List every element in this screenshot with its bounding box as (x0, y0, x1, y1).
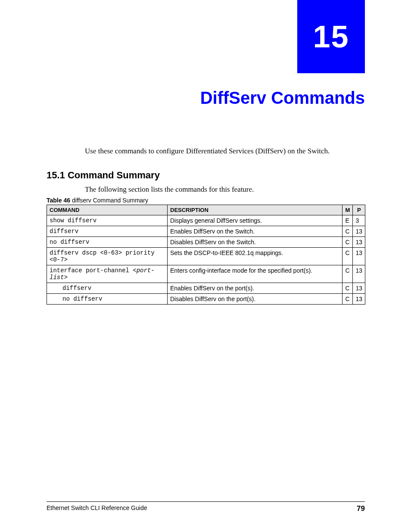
col-header-p: P (353, 205, 365, 215)
description-cell: Enables DiffServ on the port(s). (168, 283, 342, 294)
table-row: diffservEnables DiffServ on the Switch.C… (47, 226, 365, 237)
footer-doc-title: Ethernet Switch CLI Reference Guide (47, 504, 147, 513)
privilege-cell: 13 (353, 248, 365, 265)
table-caption-number: Table 46 (47, 197, 70, 204)
intro-paragraph: Use these commands to configure Differen… (85, 147, 330, 156)
table-header-row: COMMAND DESCRIPTION M P (47, 205, 365, 215)
mode-cell: C (342, 294, 353, 305)
description-cell: Enables DiffServ on the Switch. (168, 226, 342, 237)
chapter-number-box: 15 (297, 0, 365, 73)
col-header-command: COMMAND (47, 205, 168, 215)
privilege-cell: 13 (353, 283, 365, 294)
mode-cell: C (342, 265, 353, 283)
description-cell: Enters config-interface mode for the spe… (168, 265, 342, 283)
table-row: show diffservDisplays general DiffServ s… (47, 215, 365, 226)
privilege-cell: 13 (353, 226, 365, 237)
description-cell: Sets the DSCP-to-IEEE 802.1q mappings. (168, 248, 342, 265)
mode-cell: C (342, 248, 353, 265)
privilege-cell: 13 (353, 265, 365, 283)
command-cell: diffserv (47, 226, 168, 237)
command-summary-table: COMMAND DESCRIPTION M P show diffservDis… (47, 205, 365, 305)
privilege-cell: 13 (353, 237, 365, 248)
privilege-cell: 3 (353, 215, 365, 226)
table-caption: Table 46 diffserv Command Summary (47, 197, 148, 204)
table-row: interface port-channel <port-list>Enters… (47, 265, 365, 283)
table-row: diffservEnables DiffServ on the port(s).… (47, 283, 365, 294)
table-row: diffserv dscp <0-63> priority <0-7>Sets … (47, 248, 365, 265)
table-row: no diffservDisables DiffServ on the port… (47, 294, 365, 305)
table-row: no diffservDisables DiffServ on the Swit… (47, 237, 365, 248)
mode-cell: C (342, 226, 353, 237)
chapter-number: 15 (313, 19, 349, 54)
col-header-description: DESCRIPTION (168, 205, 342, 215)
col-header-m: M (342, 205, 353, 215)
chapter-title: DiffServ Commands (200, 88, 365, 108)
command-cell: diffserv (47, 283, 168, 294)
command-cell: interface port-channel <port-list> (47, 265, 168, 283)
footer-page-number: 79 (357, 504, 365, 513)
command-cell: show diffserv (47, 215, 168, 226)
command-cell: diffserv dscp <0-63> priority <0-7> (47, 248, 168, 265)
command-cell: no diffserv (47, 294, 168, 305)
privilege-cell: 13 (353, 294, 365, 305)
description-cell: Disables DiffServ on the Switch. (168, 237, 342, 248)
page-footer: Ethernet Switch CLI Reference Guide 79 (47, 501, 365, 513)
table-caption-title: diffserv Command Summary (70, 197, 148, 204)
section-intro: The following section lists the commands… (85, 185, 254, 194)
section-heading: 15.1 Command Summary (47, 170, 160, 181)
mode-cell: C (342, 283, 353, 294)
description-cell: Displays general DiffServ settings. (168, 215, 342, 226)
mode-cell: E (342, 215, 353, 226)
command-cell: no diffserv (47, 237, 168, 248)
description-cell: Disables DiffServ on the port(s). (168, 294, 342, 305)
mode-cell: C (342, 237, 353, 248)
